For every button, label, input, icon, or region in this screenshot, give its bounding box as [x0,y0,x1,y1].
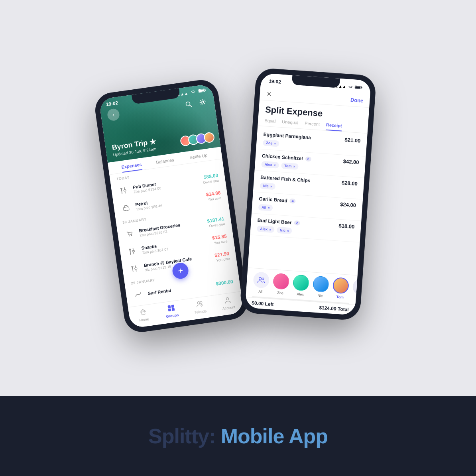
app-title-prefix: Splitty: [148,425,221,448]
phone-screen-right: 19:02 ▲▲▲ [245,73,371,315]
receipt-item-name: Chicken Schnitzel 2 [262,153,311,162]
tag-label: All [262,205,266,210]
nav-friends[interactable]: Friends [185,299,215,316]
tag-label: Nic [263,184,269,188]
search-icon[interactable] [183,98,194,110]
person-circle-all [253,271,270,289]
svg-point-14 [131,235,132,236]
tag-nic[interactable]: Nic × [260,183,275,190]
tag-nic-beer[interactable]: Nic × [276,227,292,234]
tab-receipt[interactable]: Receipt [326,122,342,132]
groups-icon [167,304,176,313]
tag-label: Alex [260,227,268,231]
tag-remove[interactable]: × [270,185,272,188]
left-screen-inner: 19:02 ▲▲▲ [99,84,244,328]
close-button[interactable]: ✕ [266,90,271,98]
item-badge: 2 [294,220,300,225]
svg-point-3 [186,102,190,106]
tag-remove[interactable]: × [273,163,275,167]
person-new[interactable]: + New [352,278,369,301]
tag-label: Tom [284,164,292,168]
tag-remove[interactable]: × [268,206,269,210]
surf-icon [132,289,145,301]
expenses-content: TODAY Pub Dinner Zoe paid $124.00 [109,159,241,307]
battery-right [354,84,363,91]
expense-amount: $300.00 [216,279,234,287]
svg-rect-27 [172,308,175,311]
svg-rect-24 [168,305,171,309]
cafe-icon [128,262,141,275]
expense-name: Surf Rental [148,282,212,296]
wifi-icon [190,89,197,95]
tab-unequal[interactable]: Unequal [281,119,298,128]
back-button[interactable]: ‹ [107,108,120,122]
tab-percent[interactable]: Percent [304,121,320,130]
battery-icon [198,88,207,94]
nav-home[interactable]: Home [128,307,158,324]
receipt-item-price: $42.00 [343,158,359,165]
add-person-circle: + [352,278,369,295]
nav-account[interactable]: Account [213,295,243,312]
nav-friends-label: Friends [195,309,207,315]
svg-rect-2 [205,89,206,90]
phone-frame-left: 19:02 ▲▲▲ [93,78,249,334]
tag-zoe[interactable]: Zoe × [263,140,279,147]
tag-tom[interactable]: Tom × [281,162,299,170]
nav-groups-label: Groups [166,313,179,319]
grocery-icon [124,228,136,240]
tag-label: Alex [264,162,272,167]
person-circle-alex [293,274,310,291]
snacks-icon [126,245,139,258]
phone-screen-left: 19:02 ▲▲▲ [99,84,244,328]
split-screen-inner: 19:02 ▲▲▲ [245,73,371,315]
svg-line-4 [190,105,192,107]
person-name-zoe: Zoe [277,291,283,295]
phone-frame-right: 19:02 ▲▲▲ [240,68,376,320]
svg-point-28 [197,301,200,304]
svg-line-22 [136,269,136,271]
receipt-list: Eggplant Parmigiana $21.00 Zoe × [248,128,368,275]
receipt-item-price: $24.00 [340,201,356,208]
person-name-new: New [356,296,364,301]
person-circle-nic [313,275,330,293]
svg-rect-26 [168,308,171,311]
svg-line-9 [125,191,125,193]
person-tom[interactable]: Tom [332,277,350,300]
settings-icon[interactable] [197,96,208,108]
nav-groups[interactable]: Groups [157,303,187,320]
phone-right: 19:02 ▲▲▲ [240,68,376,320]
tag-label: Nic [280,228,286,232]
person-zoe[interactable]: Zoe [272,273,290,296]
tab-equal[interactable]: Equal [264,118,275,127]
receipt-item-name: Battered Fish & Chips [260,174,311,183]
tag-all[interactable]: All × [258,204,273,211]
person-circle-zoe [273,273,290,290]
receipt-item-name: Eggplant Parmigiana [263,131,311,140]
tag-alex-beer[interactable]: Alex × [257,225,275,233]
expense-value: $300.00 [216,279,234,287]
svg-line-16 [133,248,134,250]
done-button[interactable]: Done [350,97,363,104]
expense-amount: $14.86 You owe [206,190,222,202]
friends-icon [195,300,204,309]
person-name-all: All [258,289,263,294]
tag-remove[interactable]: × [274,142,276,145]
svg-point-13 [129,235,130,236]
person-name-tom: Tom [336,295,344,299]
person-circle-tom [332,277,350,294]
time-right: 19:02 [269,78,281,85]
dining-icon [117,184,130,197]
tag-alex[interactable]: Alex × [261,161,279,169]
person-alex[interactable]: Alex [292,274,310,297]
svg-line-20 [136,266,136,268]
tag-remove[interactable]: × [269,228,271,231]
wifi-right [348,83,353,90]
person-all[interactable]: All [252,271,270,294]
tag-remove[interactable]: × [287,229,289,232]
person-name-alex: Alex [297,292,304,297]
person-nic[interactable]: Nic [312,275,330,298]
person-name-nic: Nic [317,293,323,298]
nav-account-label: Account [222,305,236,311]
expense-amount: $187.41 Owes you [207,216,225,228]
tag-remove[interactable]: × [293,165,295,168]
